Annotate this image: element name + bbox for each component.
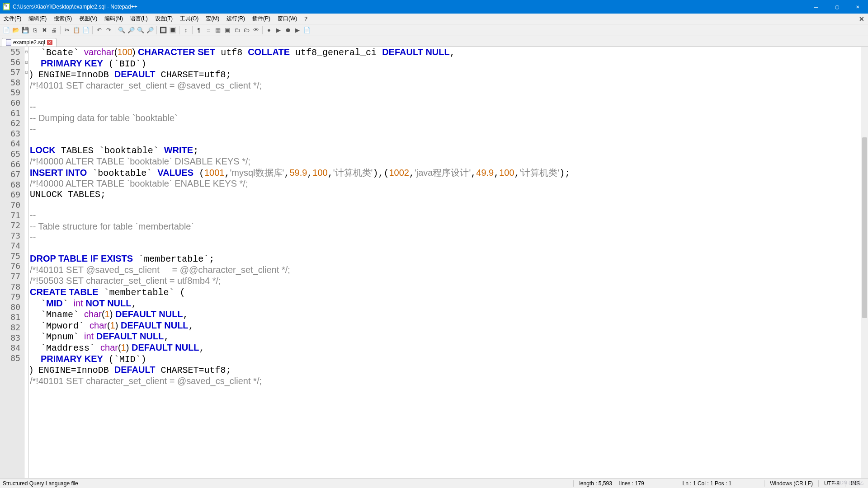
toolbar-sep — [92, 26, 93, 34]
toolbar-sep — [179, 26, 179, 34]
zoom-in-icon[interactable]: 🔍 — [136, 26, 145, 35]
window-title: C:\Users\XiaoYi\Desktop\example2.sql - N… — [13, 4, 806, 10]
line-number-gutter: 55 56 57 58 59 60 61 62 63 64 65 66 67 6… — [0, 47, 24, 478]
toolbar-sep — [262, 26, 263, 34]
print-icon[interactable]: 🖨 — [49, 26, 58, 35]
play-macro-icon[interactable]: ▶ — [274, 26, 283, 35]
app-icon — [3, 3, 10, 10]
toolbar-sep — [192, 26, 193, 34]
menu-tools[interactable]: 工具(O) — [176, 15, 202, 23]
save-macro-icon[interactable]: 📄 — [302, 26, 311, 35]
menu-window[interactable]: 窗口(W) — [274, 15, 301, 23]
new-file-icon[interactable]: 📄 — [2, 26, 11, 35]
close-file-icon[interactable]: ✖ — [40, 26, 49, 35]
zoom-out-icon[interactable]: 🔎 — [146, 26, 155, 35]
toolbar: 📄 📂 💾 ⎘ ✖ 🖨 ✂ 📋 📄 ↶ ↷ 🔍 🔎 🔍 🔎 🔲 🔳 ↕ ¶ ≡ … — [0, 24, 868, 36]
scrollbar-thumb[interactable] — [862, 137, 867, 318]
menu-file[interactable]: 文件(F) — [0, 15, 25, 23]
menu-edit[interactable]: 编辑(E) — [25, 15, 50, 23]
menu-settings[interactable]: 设置(T) — [151, 15, 176, 23]
toolbar-sep — [156, 26, 157, 34]
menu-plugins[interactable]: 插件(P) — [249, 15, 274, 23]
menu-run[interactable]: 运行(R) — [223, 15, 249, 23]
file-icon — [6, 39, 11, 46]
replace-icon[interactable]: 🔎 — [127, 26, 136, 35]
menu-help[interactable]: ? — [301, 16, 311, 22]
sync-v-icon[interactable]: 🔲 — [159, 26, 168, 35]
copy-icon[interactable]: 📋 — [72, 26, 81, 35]
tab-close-icon[interactable]: ✕ — [47, 40, 52, 45]
file-tab[interactable]: example2.sql ✕ — [2, 38, 57, 47]
status-position: Ln : 1 Col : 1 Pos : 1 — [677, 480, 737, 487]
minimize-button[interactable]: — — [806, 0, 826, 14]
titlebar: C:\Users\XiaoYi\Desktop\example2.sql - N… — [0, 0, 868, 14]
toolbar-sep — [115, 26, 115, 34]
menu-search[interactable]: 搜索(S) — [50, 15, 75, 23]
show-symbols-icon[interactable]: ¶ — [194, 26, 203, 35]
doc-map-icon[interactable]: ▣ — [223, 26, 232, 35]
menu-encoding[interactable]: 编码(N) — [101, 15, 127, 23]
playback-icon[interactable]: ▶ — [293, 26, 302, 35]
save-icon[interactable]: 💾 — [21, 26, 30, 35]
watermark: CSDN @筱忆 — [833, 479, 863, 486]
menu-language[interactable]: 语言(L) — [127, 15, 151, 23]
code-area[interactable]: `Bcate` varchar(100) CHARACTER SET utf8 … — [29, 47, 868, 478]
save-all-icon[interactable]: ⎘ — [30, 26, 39, 35]
find-icon[interactable]: 🔍 — [117, 26, 126, 35]
statusbar: Structured Query Language file length : … — [0, 478, 868, 488]
window-controls: — ▢ ✕ — [806, 0, 868, 14]
fold-column[interactable]: ⊟ ⊟ ⊟ — [24, 47, 29, 478]
redo-icon[interactable]: ↷ — [104, 26, 113, 35]
menubar: 文件(F) 编辑(E) 搜索(S) 视图(V) 编码(N) 语言(L) 设置(T… — [0, 14, 868, 24]
vertical-scrollbar[interactable] — [861, 47, 868, 478]
menubar-close-icon[interactable]: ✕ — [859, 15, 864, 23]
status-eol: Windows (CR LF) — [764, 480, 818, 487]
monitor-icon[interactable]: 👁 — [251, 26, 260, 35]
paste-icon[interactable]: 📄 — [81, 26, 90, 35]
editor[interactable]: 55 56 57 58 59 60 61 62 63 64 65 66 67 6… — [0, 47, 868, 478]
cut-icon[interactable]: ✂ — [62, 26, 71, 35]
indent-guide-icon[interactable]: ≡ — [204, 26, 213, 35]
wrap-icon[interactable]: ↕ — [181, 26, 190, 35]
open-file-icon[interactable]: 📂 — [11, 26, 20, 35]
menu-view[interactable]: 视图(V) — [75, 15, 101, 23]
maximize-button[interactable]: ▢ — [826, 0, 847, 14]
close-button[interactable]: ✕ — [847, 0, 868, 14]
record-macro-icon[interactable]: ● — [264, 26, 274, 35]
tabbar: example2.sql ✕ — [0, 36, 868, 47]
status-lines: lines : 179 — [618, 480, 650, 487]
toolbar-sep — [60, 26, 61, 34]
status-length: length : 5,593 — [573, 480, 618, 487]
undo-icon[interactable]: ↶ — [94, 26, 104, 35]
folder-workspace-icon[interactable]: 🗁 — [242, 26, 251, 35]
menu-macro[interactable]: 宏(M) — [202, 15, 223, 23]
stop-macro-icon[interactable]: ⏺ — [283, 26, 292, 35]
folder-icon[interactable]: 🗀 — [232, 26, 241, 35]
status-language: Structured Query Language file — [3, 480, 573, 487]
tab-label: example2.sql — [13, 39, 45, 46]
udl-icon[interactable]: ▦ — [213, 26, 222, 35]
sync-h-icon[interactable]: 🔳 — [168, 26, 177, 35]
